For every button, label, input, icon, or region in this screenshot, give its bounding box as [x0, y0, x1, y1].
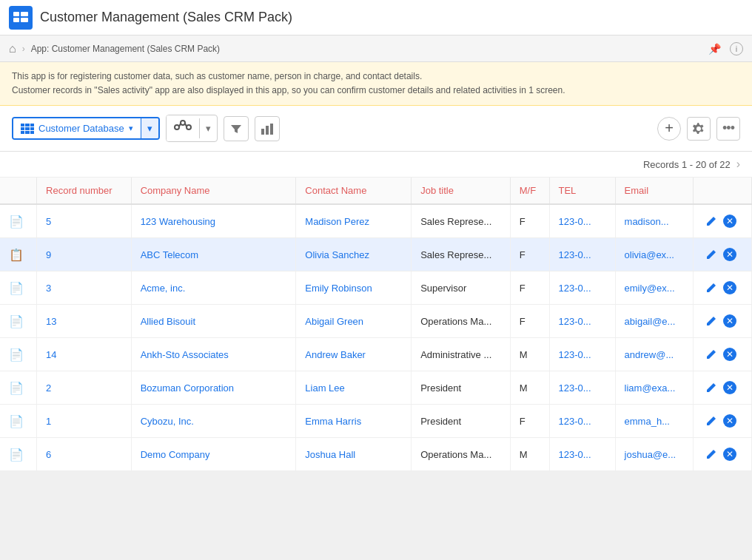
row-company-name[interactable]: ABC Telecom: [131, 238, 296, 271]
delete-button[interactable]: ✕: [723, 248, 736, 261]
delete-button[interactable]: ✕: [723, 314, 736, 328]
edit-button[interactable]: [702, 279, 720, 297]
graph-dropdown-button[interactable]: ▾: [199, 118, 217, 138]
row-record-number[interactable]: 9: [37, 238, 132, 271]
company-name-link[interactable]: Acme, inc.: [141, 283, 186, 294]
company-name-link[interactable]: 123 Warehousing: [141, 216, 215, 227]
info-line1: This app is for registering customer dat…: [12, 70, 740, 84]
col-header-email[interactable]: Email: [615, 178, 693, 204]
table-row[interactable]: 📄 14 Ankh-Sto Associates Andrew Baker Ad…: [0, 338, 752, 371]
contact-name-link[interactable]: Liam Lee: [305, 382, 344, 394]
row-actions: ✕: [693, 305, 751, 338]
record-number-link[interactable]: 3: [46, 283, 51, 294]
svg-rect-1: [21, 12, 28, 16]
graph-icon[interactable]: [167, 115, 199, 141]
delete-button[interactable]: ✕: [723, 414, 736, 428]
delete-button[interactable]: ✕: [723, 381, 736, 394]
delete-button[interactable]: ✕: [723, 448, 736, 461]
row-record-number[interactable]: 3: [37, 271, 132, 305]
row-company-name[interactable]: Demo Company: [131, 438, 296, 471]
edit-button[interactable]: [702, 212, 720, 230]
more-options-button[interactable]: •••: [716, 117, 740, 141]
company-name-link[interactable]: Cybozu, Inc.: [141, 416, 194, 427]
company-name-link[interactable]: Demo Company: [141, 449, 210, 460]
svg-point-4: [175, 125, 179, 129]
contact-name-link[interactable]: Joshua Hall: [305, 449, 355, 460]
pagination-next-button[interactable]: ›: [736, 158, 740, 171]
add-record-button[interactable]: +: [657, 117, 681, 141]
home-button[interactable]: ⌂: [9, 42, 16, 55]
col-header-company-name[interactable]: Company Name: [131, 178, 296, 204]
row-contact-name[interactable]: Andrew Baker: [296, 338, 412, 371]
table-row[interactable]: 📄 6 Demo Company Joshua Hall Operations …: [0, 438, 752, 471]
view-dropdown-button[interactable]: ▾: [141, 118, 158, 138]
row-company-name[interactable]: Ankh-Sto Associates: [131, 338, 296, 371]
record-number-link[interactable]: 2: [46, 382, 51, 394]
col-header-tel[interactable]: TEL: [549, 178, 615, 204]
company-name-link[interactable]: Ankh-Sto Associates: [141, 349, 229, 360]
record-number-link[interactable]: 6: [46, 449, 51, 460]
company-name-link[interactable]: Allied Bisouit: [141, 316, 195, 327]
view-main-button[interactable]: Customer Database ▾: [13, 118, 141, 138]
filter-button[interactable]: [224, 116, 249, 141]
record-number-link[interactable]: 9: [46, 249, 51, 260]
edit-button[interactable]: [702, 345, 720, 363]
row-tel: 123-0...: [549, 204, 615, 238]
table-row[interactable]: 📄 3 Acme, inc. Emily Robinson Supervisor…: [0, 271, 752, 305]
contact-name-link[interactable]: Abigail Green: [305, 316, 363, 327]
record-number-link[interactable]: 5: [46, 216, 51, 227]
record-number-link[interactable]: 1: [46, 416, 51, 427]
row-record-number[interactable]: 14: [37, 338, 132, 371]
contact-name-link[interactable]: Andrew Baker: [305, 349, 366, 360]
row-company-name[interactable]: Cybozu, Inc.: [131, 405, 296, 438]
contact-name-link[interactable]: Emma Harris: [305, 416, 361, 427]
edit-button[interactable]: [702, 246, 720, 263]
row-contact-name[interactable]: Madison Perez: [296, 204, 412, 238]
row-record-number[interactable]: 13: [37, 305, 132, 338]
info-icon[interactable]: i: [730, 42, 743, 55]
settings-button[interactable]: [687, 117, 711, 141]
row-company-name[interactable]: 123 Warehousing: [131, 204, 296, 238]
row-record-number[interactable]: 5: [37, 204, 132, 238]
table-row[interactable]: 📄 5 123 Warehousing Madison Perez Sales …: [0, 204, 752, 238]
graph-sort-button[interactable]: ▾: [166, 115, 218, 142]
view-selector[interactable]: Customer Database ▾ ▾: [12, 117, 160, 140]
table-row[interactable]: 📄 2 Bozuman Corporation Liam Lee Preside…: [0, 371, 752, 405]
row-company-name[interactable]: Bozuman Corporation: [131, 371, 296, 405]
col-header-record-number[interactable]: Record number: [37, 178, 132, 204]
company-name-link[interactable]: Bozuman Corporation: [141, 382, 234, 394]
edit-button[interactable]: [702, 312, 720, 330]
row-contact-name[interactable]: Abigail Green: [296, 305, 412, 338]
table-row[interactable]: 📄 13 Allied Bisouit Abigail Green Operat…: [0, 305, 752, 338]
edit-button[interactable]: [702, 379, 720, 397]
edit-button[interactable]: [702, 445, 720, 463]
col-header-contact-name[interactable]: Contact Name: [296, 178, 412, 204]
delete-button[interactable]: ✕: [723, 281, 736, 294]
delete-button[interactable]: ✕: [723, 348, 736, 361]
row-contact-name[interactable]: Emily Robinson: [296, 271, 412, 305]
contact-name-link[interactable]: Olivia Sanchez: [305, 249, 369, 260]
contact-name-link[interactable]: Madison Perez: [305, 216, 369, 227]
col-header-mf[interactable]: M/F: [510, 178, 549, 204]
row-contact-name[interactable]: Olivia Sanchez: [296, 238, 412, 271]
contact-name-link[interactable]: Emily Robinson: [305, 283, 372, 294]
row-company-name[interactable]: Allied Bisouit: [131, 305, 296, 338]
table-row[interactable]: 📄 1 Cybozu, Inc. Emma Harris President F…: [0, 405, 752, 438]
record-number-link[interactable]: 14: [46, 349, 56, 360]
record-number-link[interactable]: 13: [46, 316, 56, 327]
row-contact-name[interactable]: Emma Harris: [296, 405, 412, 438]
company-name-link[interactable]: ABC Telecom: [141, 249, 199, 260]
row-actions: ✕: [693, 338, 751, 371]
row-record-number[interactable]: 6: [37, 438, 132, 471]
row-contact-name[interactable]: Liam Lee: [296, 371, 412, 405]
table-row[interactable]: 📋 9 ABC Telecom Olivia Sanchez Sales Rep…: [0, 238, 752, 271]
row-record-number[interactable]: 1: [37, 405, 132, 438]
chart-button[interactable]: [255, 116, 280, 141]
row-contact-name[interactable]: Joshua Hall: [296, 438, 412, 471]
col-header-job-title[interactable]: Job title: [412, 178, 511, 204]
edit-button[interactable]: [702, 412, 720, 430]
row-record-number[interactable]: 2: [37, 371, 132, 405]
pin-icon[interactable]: 📌: [708, 43, 721, 55]
delete-button[interactable]: ✕: [723, 215, 736, 228]
row-company-name[interactable]: Acme, inc.: [131, 271, 296, 305]
